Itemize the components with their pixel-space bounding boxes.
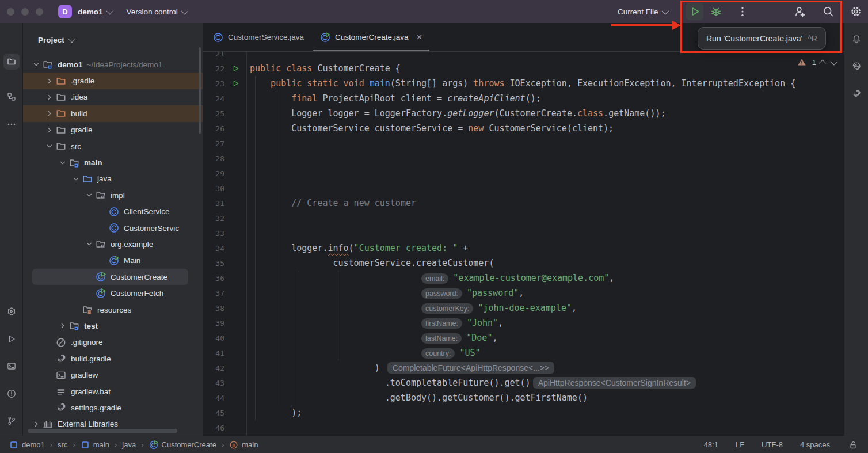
code-line-34[interactable]: 34logger.info("Customer created: " + xyxy=(203,241,844,256)
tree-item-demo1[interactable]: demo1~/IdeaProjects/demo1 xyxy=(23,56,203,73)
tree-item-gradle[interactable]: gradle xyxy=(23,122,203,138)
code-line-31[interactable]: 31// Create a new customer xyxy=(203,196,844,211)
search-everywhere-button[interactable] xyxy=(823,6,834,17)
breadcrumb-demo1[interactable]: demo1 xyxy=(9,440,45,450)
code-line-22[interactable]: 22public class CustomerCreate { xyxy=(203,61,844,76)
settings-button[interactable] xyxy=(850,6,862,17)
tree-item-test[interactable]: test xyxy=(23,318,203,334)
code-line-27[interactable]: 27 xyxy=(203,136,844,151)
chevron-collapsed-icon[interactable] xyxy=(56,322,69,330)
code-viewport[interactable]: 2122public class CustomerCreate {23publi… xyxy=(203,52,844,436)
code-line-21[interactable]: 21 xyxy=(203,52,844,61)
tree-item-src[interactable]: src xyxy=(23,138,203,154)
tree-item-java[interactable]: java xyxy=(23,171,203,187)
editor-tab-customercreate-java[interactable]: CustomerCreate.java× xyxy=(312,23,431,51)
tree-item-customercreate[interactable]: CustomerCreate xyxy=(32,269,188,285)
tree-item-clientservice[interactable]: ClientService xyxy=(23,204,203,220)
tree-item-main[interactable]: Main xyxy=(23,253,203,269)
code-line-33[interactable]: 33 xyxy=(203,226,844,241)
chevron-expanded-icon[interactable] xyxy=(82,191,96,199)
chevron-collapsed-icon[interactable] xyxy=(43,77,56,85)
tree-horizontal-scrollbar[interactable] xyxy=(28,429,177,433)
code-line-30[interactable]: 30 xyxy=(203,181,844,196)
tree-item--gradle[interactable]: .gradle xyxy=(23,73,203,89)
code-line-26[interactable]: 26CustomerService customerService = new … xyxy=(203,121,844,136)
tree-item-resources[interactable]: resources xyxy=(23,302,203,318)
status-item-utf-8[interactable]: UTF-8 xyxy=(762,440,783,449)
chevron-collapsed-icon[interactable] xyxy=(43,109,56,117)
code-line-29[interactable]: 29 xyxy=(203,166,844,181)
chevron-collapsed-icon[interactable] xyxy=(43,126,56,134)
tree-item-gradlew[interactable]: gradlew xyxy=(23,367,203,383)
code-line-41[interactable]: 41country:"US" xyxy=(203,345,844,360)
code-with-me-button[interactable] xyxy=(794,6,806,17)
tree-item-customerfetch[interactable]: CustomerFetch xyxy=(23,285,203,301)
chevron-expanded-icon[interactable] xyxy=(56,159,69,167)
code-line-35[interactable]: 35customerService.createCustomer( xyxy=(203,256,844,271)
tree-item--idea[interactable]: .idea xyxy=(23,89,203,105)
chevron-expanded-icon[interactable] xyxy=(82,240,96,248)
gradle-elephant-tool-button[interactable] xyxy=(848,86,865,102)
code-line-37[interactable]: 37password:"password", xyxy=(203,285,844,300)
breadcrumb-java[interactable]: java xyxy=(122,440,136,449)
code-line-43[interactable]: 43.toCompletableFuture().get()ApiHttpRes… xyxy=(203,375,844,390)
chevron-expanded-icon[interactable] xyxy=(69,175,82,183)
code-line-40[interactable]: 40lastName:"Doe", xyxy=(203,330,844,345)
code-line-45[interactable]: 45); xyxy=(203,405,844,420)
more-run-options-button[interactable] xyxy=(737,6,748,17)
run-configuration-selector[interactable]: Current File xyxy=(618,0,667,23)
code-line-32[interactable]: 32 xyxy=(203,211,844,226)
tree-vertical-scrollbar[interactable] xyxy=(199,47,201,134)
tree-item-impl[interactable]: impl xyxy=(23,187,203,203)
structure-tool-button[interactable] xyxy=(3,89,20,105)
project-folder-tool-button[interactable] xyxy=(3,54,20,70)
problems-tool-button[interactable] xyxy=(3,386,20,402)
project-panel-header[interactable]: Project xyxy=(23,23,203,56)
inspection-widget[interactable]: 1 xyxy=(796,56,836,68)
code-line-36[interactable]: 36email:"example-customer@example.com", xyxy=(203,271,844,285)
code-line-42[interactable]: 42) CompletableFuture<ApiHttpResponse<..… xyxy=(203,360,844,375)
project-widget[interactable]: demo1 xyxy=(78,7,112,16)
code-line-38[interactable]: 38customerKey:"john-doe-example", xyxy=(203,300,844,315)
code-line-24[interactable]: 24final ProjectApiRoot client = createAp… xyxy=(203,91,844,106)
run-line-button[interactable] xyxy=(224,64,246,73)
status-item-48-1[interactable]: 48:1 xyxy=(704,440,718,449)
tree-item-customerservic[interactable]: CustomerServic xyxy=(23,220,203,236)
previous-problem-button[interactable] xyxy=(819,59,827,67)
tree-item-gradlew-bat[interactable]: gradlew.bat xyxy=(23,383,203,399)
run-line-button[interactable] xyxy=(224,79,246,87)
vcs-widget[interactable]: Version control xyxy=(127,7,186,16)
chevron-expanded-icon[interactable] xyxy=(43,142,56,150)
tree-item-build-gradle[interactable]: build.gradle xyxy=(23,351,203,367)
window-controls[interactable] xyxy=(0,8,51,16)
code-line-46[interactable]: 46 xyxy=(203,420,844,435)
code-line-25[interactable]: 25Logger logger = LoggerFactory.getLogge… xyxy=(203,106,844,121)
status-item-lf[interactable]: LF xyxy=(736,440,744,449)
chevron-expanded-icon[interactable] xyxy=(29,60,43,68)
ai-assistant-tool-button[interactable] xyxy=(848,58,865,74)
bell-tool-button[interactable] xyxy=(848,31,865,47)
code-line-28[interactable]: 28 xyxy=(203,151,844,166)
editor-tab-customerservice-java[interactable]: CustomerService.java xyxy=(205,23,312,51)
more-tool-button[interactable] xyxy=(3,116,20,132)
breadcrumb-src[interactable]: src xyxy=(58,440,67,449)
run-button[interactable] xyxy=(686,3,703,20)
breadcrumb-customercreate[interactable]: CustomerCreate xyxy=(149,440,216,450)
run-tool-button[interactable] xyxy=(3,331,20,347)
chevron-collapsed-icon[interactable] xyxy=(43,93,56,101)
tree-item-org-example[interactable]: org.example xyxy=(23,236,203,252)
tree-item-build[interactable]: build xyxy=(23,105,203,121)
chevron-collapsed-icon[interactable] xyxy=(29,420,43,428)
minimize-window-button[interactable] xyxy=(21,8,29,16)
code-line-44[interactable]: 44.getBody().getCustomer().getFirstName(… xyxy=(203,390,844,405)
lock-open-icon[interactable] xyxy=(847,439,859,451)
close-tab-icon[interactable]: × xyxy=(417,32,422,42)
tree-item-settings-gradle[interactable]: settings.gradle xyxy=(23,399,203,416)
breadcrumb-main[interactable]: mmain xyxy=(229,440,258,450)
tree-item-main[interactable]: main xyxy=(23,154,203,170)
status-item-4-spaces[interactable]: 4 spaces xyxy=(800,440,830,449)
zoom-window-button[interactable] xyxy=(36,8,43,16)
git-branch-tool-button[interactable] xyxy=(3,413,20,429)
terminal-tool-button[interactable] xyxy=(3,358,20,374)
debug-button[interactable] xyxy=(710,6,722,17)
